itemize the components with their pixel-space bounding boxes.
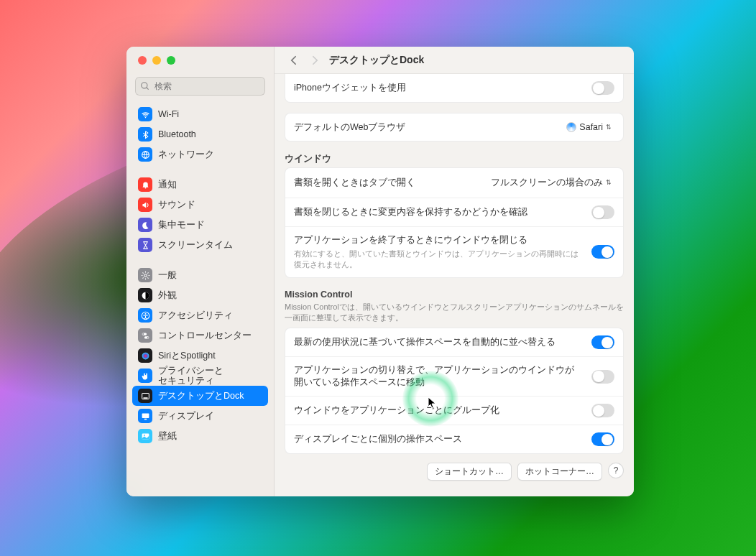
toggle-iphone-widgets[interactable]	[591, 81, 614, 95]
svg-point-2	[144, 187, 146, 188]
sidebar-item-bell[interactable]: 通知	[132, 175, 268, 195]
sidebar-item-label: 通知	[158, 180, 177, 190]
accessibility-icon	[138, 308, 152, 323]
row-iphone-widgets: iPhoneウイジェットを使用	[285, 74, 623, 102]
svg-point-8	[142, 333, 144, 335]
main-header: デスクトップとDock	[275, 47, 634, 74]
svg-point-11	[142, 352, 149, 359]
forward-button	[308, 53, 322, 68]
sidebar-item-display[interactable]: ディスプレイ	[132, 406, 268, 426]
titlebar	[126, 47, 274, 74]
svg-point-3	[144, 274, 147, 277]
chevron-updown-icon: ⇅	[606, 180, 612, 186]
sidebar-item-label: スクリーンタイム	[158, 240, 233, 250]
section-title-windows: ウインドウ	[285, 153, 624, 165]
sidebar-item-accessibility[interactable]: アクセシビリティ	[132, 305, 268, 325]
sidebar-item-siri[interactable]: SiriとSpotlight	[132, 346, 268, 366]
section-title-mission: Mission Control	[285, 289, 624, 300]
sublabel: 有効にすると、開いていた書類とウインドウは、アプリケーションの再開時には復元され…	[294, 249, 583, 270]
sidebar-item-hourglass[interactable]: スクリーンタイム	[132, 235, 268, 255]
siri-icon	[138, 348, 152, 363]
sidebar-item-label: ディスプレイ	[158, 411, 214, 421]
shortcuts-button[interactable]: ショートカット…	[427, 463, 512, 481]
gear-icon	[138, 268, 152, 282]
dock-icon	[138, 389, 152, 403]
toggle-auto-rearrange[interactable]	[591, 335, 614, 349]
row-close-on-quit: アプリケーションを終了するときにウインドウを閉じる 有効にすると、開いていた書類…	[285, 227, 623, 277]
content-scroll[interactable]: iPhoneウイジェットを使用 デフォルトのWebブラウザ Safari ⇅ ウ…	[275, 74, 634, 496]
label: ウインドウをアプリケーションごとにグループ化	[294, 404, 591, 417]
svg-point-0	[144, 116, 146, 118]
search-input[interactable]	[135, 77, 265, 96]
sidebar-item-moon[interactable]: 集中モード	[132, 215, 268, 235]
svg-rect-13	[143, 397, 148, 399]
label: アプリケーションを終了するときにウインドウを閉じる	[294, 234, 583, 246]
label: ディスプレイごとに個別の操作スペース	[294, 433, 591, 445]
appearance-icon	[138, 288, 152, 302]
row-auto-rearrange: 最新の使用状況に基づいて操作スペースを自動的に並べ替える	[285, 328, 623, 357]
sidebar-item-label: 集中モード	[158, 220, 205, 230]
toggle-close-on-quit[interactable]	[591, 245, 614, 259]
sidebar-item-gear[interactable]: 一般	[132, 265, 268, 285]
value: フルスクリーンの場合のみ	[491, 177, 603, 189]
chevron-updown-icon: ⇅	[606, 124, 612, 131]
toggle-group-windows[interactable]	[591, 404, 614, 417]
toggle-confirm-close[interactable]	[591, 205, 614, 219]
sidebar-nav: Wi-FiBluetoothネットワーク通知サウンド集中モードスクリーンタイム一…	[126, 101, 274, 496]
row-group-windows: ウインドウをアプリケーションごとにグループ化	[285, 397, 623, 425]
minimize-icon[interactable]	[152, 56, 161, 65]
sidebar-item-hand[interactable]: プライバシーと セキュリティ	[132, 366, 268, 386]
sidebar-item-dock[interactable]: デスクトップとDock	[132, 386, 268, 406]
default-browser-popup[interactable]: Safari ⇅	[563, 121, 614, 134]
bluetooth-icon	[138, 127, 152, 142]
toggle-displays-spaces[interactable]	[591, 432, 614, 446]
main-pane: デスクトップとDock iPhoneウイジェットを使用 デフォルトのWebブラウ…	[275, 47, 634, 496]
hand-icon	[138, 369, 152, 383]
sidebar-item-wifi[interactable]: Wi-Fi	[132, 104, 268, 124]
value: Safari	[579, 122, 603, 132]
svg-point-6	[144, 313, 146, 315]
bell-icon	[138, 177, 152, 192]
zoom-icon[interactable]	[167, 56, 175, 65]
svg-rect-14	[142, 413, 149, 418]
toggle-switch-space[interactable]	[591, 370, 614, 384]
sidebar-item-appearance[interactable]: 外観	[132, 285, 268, 305]
sidebar-item-bluetooth[interactable]: Bluetooth	[132, 124, 268, 144]
sidebar-item-label: ネットワーク	[158, 149, 214, 159]
hourglass-icon	[138, 238, 152, 252]
label: アプリケーションの切り替えで、アプリケーションのウインドウが開いている操作スペー…	[294, 364, 591, 389]
display-icon	[138, 409, 152, 423]
hotcorners-button[interactable]: ホットコーナー…	[517, 463, 602, 481]
back-button[interactable]	[286, 53, 300, 68]
wallpaper-icon	[138, 429, 152, 443]
sidebar-item-label: Bluetooth	[158, 129, 196, 139]
sidebar-item-label: 壁紙	[158, 431, 177, 441]
row-confirm-close: 書類を閉じるときに変更内容を保持するかどうかを確認	[285, 198, 623, 227]
sidebar-item-globe[interactable]: ネットワーク	[132, 144, 268, 165]
label: 書類を開くときはタブで開く	[294, 177, 488, 189]
settings-window: Wi-FiBluetoothネットワーク通知サウンド集中モードスクリーンタイム一…	[126, 47, 634, 496]
sidebar-item-switches[interactable]: コントロールセンター	[132, 325, 268, 346]
sidebar-item-label: Wi-Fi	[158, 109, 179, 119]
help-button[interactable]: ?	[608, 463, 624, 478]
sidebar-item-wallpaper[interactable]: 壁紙	[132, 426, 268, 446]
switches-icon	[138, 328, 152, 343]
wifi-icon	[138, 107, 152, 121]
sidebar-item-label: 外観	[158, 290, 177, 300]
close-icon[interactable]	[138, 56, 147, 65]
sidebar-item-label: 一般	[158, 270, 177, 280]
svg-rect-15	[144, 418, 146, 420]
section-sub-mission: Mission Controlでは、開いているウインドウとフルスクリーンアプリケ…	[285, 302, 624, 324]
label: デフォルトのWebブラウザ	[294, 121, 563, 134]
tabs-popup[interactable]: フルスクリーンの場合のみ ⇅	[488, 175, 614, 190]
footer-buttons: ショートカット… ホットコーナー… ?	[285, 454, 624, 481]
row-switch-space: アプリケーションの切り替えで、アプリケーションのウインドウが開いている操作スペー…	[285, 357, 623, 397]
sidebar-item-label: サウンド	[158, 200, 195, 210]
sidebar-item-speaker[interactable]: サウンド	[132, 195, 268, 215]
sidebar-item-label: アクセシビリティ	[158, 310, 233, 320]
safari-icon	[566, 122, 576, 132]
sidebar-item-label: デスクトップとDock	[158, 391, 244, 401]
moon-icon	[138, 218, 152, 232]
svg-point-10	[147, 336, 148, 338]
label: 最新の使用状況に基づいて操作スペースを自動的に並べ替える	[294, 336, 591, 348]
